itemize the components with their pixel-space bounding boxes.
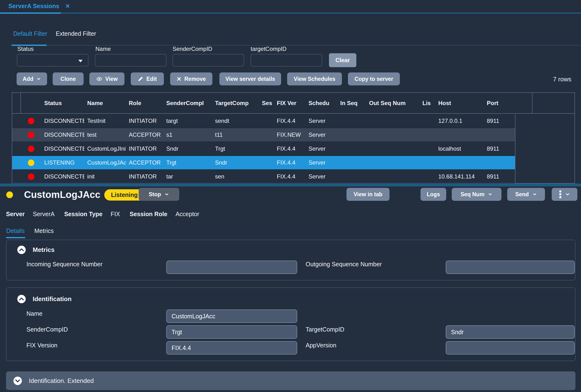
clear-button[interactable]: Clear (329, 53, 356, 67)
collapse-up-icon[interactable] (17, 295, 26, 303)
seq-num-button[interactable]: Seq Num (452, 188, 502, 201)
tab-default-filter[interactable]: Default Filter (13, 30, 47, 37)
table-row[interactable]: DISCONNECTED CustomLogJInit INITIATOR Sn… (12, 142, 515, 156)
rows-count: 7 rows (553, 76, 572, 83)
session-type-label: Session Type (64, 211, 102, 217)
col-status[interactable]: Status (41, 100, 84, 107)
targetcompid-filter-label: targetCompID (250, 46, 286, 52)
session-status-dot (6, 192, 13, 198)
chevron-down-icon (532, 192, 537, 197)
col-name[interactable]: Name (84, 100, 126, 107)
chevron-down-icon (36, 77, 41, 81)
tab-details[interactable]: Details (6, 227, 24, 234)
identification-extended-title: Identification. Extended (29, 377, 94, 385)
table-row[interactable]: DISCONNECTED test ACCEPTOR s1 t11 FIX.NE… (12, 128, 515, 142)
add-button[interactable]: Add (16, 72, 47, 85)
name-input[interactable] (166, 309, 297, 323)
copy-to-server-button[interactable]: Copy to server (348, 72, 400, 85)
sendercompid-filter-label: SenderCompID (172, 46, 212, 52)
sendercompid-input[interactable] (166, 325, 297, 339)
status-filter-label: Status (17, 46, 34, 52)
x-icon (176, 77, 182, 81)
status-dot-red (28, 118, 34, 124)
col-port[interactable]: Port (484, 100, 515, 107)
name-filter-input[interactable] (95, 54, 166, 66)
session-title: CustomLogJAcc (24, 189, 100, 200)
remove-button[interactable]: Remove (170, 72, 212, 85)
chevron-down-icon (488, 192, 492, 197)
filter-tabs: Default Filter Extended Filter (0, 26, 581, 46)
logs-button[interactable]: Logs (420, 188, 446, 201)
table-row[interactable]: DISCONNECTED TestInit INITIATOR targt se… (12, 114, 515, 128)
chevron-down-icon (565, 192, 570, 197)
sendercompid-filter-input[interactable] (172, 54, 244, 66)
session-meta: Server ServerA Session Type FIX Session … (6, 210, 199, 217)
server-value: ServerA (33, 211, 54, 217)
tab-extended-filter[interactable]: Extended Filter (56, 30, 96, 37)
name-label: Name (26, 310, 42, 317)
col-role[interactable]: Role (126, 100, 164, 107)
col-targetcompid[interactable]: TargetComp (212, 100, 259, 107)
session-type-value: FIX (111, 211, 120, 217)
targetcompid-label: TargetCompID (306, 326, 344, 333)
more-actions-button[interactable] (552, 188, 578, 201)
view-button[interactable]: View (90, 72, 124, 85)
status-dot-red (28, 132, 34, 138)
metrics-section-header[interactable]: Metrics (17, 245, 54, 254)
active-tab-underline (0, 12, 61, 14)
select-arrow-icon (78, 60, 83, 62)
col-fix-ver[interactable]: FIX Ver (274, 100, 306, 107)
appversion-input[interactable] (446, 341, 575, 355)
col-sendercompid[interactable]: SenderCompI (164, 100, 212, 107)
chevron-down-icon (164, 192, 169, 197)
selection-column-header (12, 93, 21, 113)
appversion-label: AppVersion (306, 342, 336, 349)
session-tab[interactable]: ServerA Sessions × (8, 2, 70, 9)
view-in-tab-button[interactable]: View in tab (346, 188, 390, 201)
collapse-up-icon[interactable] (17, 245, 26, 254)
close-tab-icon[interactable]: × (66, 2, 70, 9)
outgoing-seq-label: Outgoing Sequence Number (306, 261, 382, 268)
fix-version-input[interactable] (166, 341, 297, 355)
server-label: Server (6, 211, 25, 217)
details-tab-underline (6, 237, 25, 238)
table-header: Status Name Role SenderCompI TargetComp … (12, 93, 574, 114)
session-tab-label: ServerA Sessions (8, 3, 59, 9)
table-empty-region (515, 114, 575, 183)
identification-section: Identification Name SenderCompID TargetC… (6, 287, 576, 361)
status-dot-yellow (28, 160, 34, 166)
metrics-section: Metrics Incoming Sequence Number Outgoin… (6, 240, 576, 280)
send-button[interactable]: Send (507, 188, 545, 201)
identification-section-header[interactable]: Identification (17, 295, 72, 303)
fix-version-label: FIX Version (26, 342, 58, 349)
edit-button[interactable]: Edit (131, 72, 164, 85)
name-filter-label: Name (96, 46, 111, 52)
col-host[interactable]: Host (436, 100, 484, 107)
targetcompid-filter-input[interactable] (250, 54, 322, 66)
window-tab-bar: ServerA Sessions × (0, 0, 581, 14)
col-schedule[interactable]: Schedu (306, 100, 337, 107)
view-server-details-button[interactable]: View server details (220, 72, 281, 85)
outgoing-seq-input[interactable] (446, 260, 575, 274)
targetcompid-input[interactable] (446, 325, 575, 339)
collapse-down-icon[interactable] (13, 377, 22, 385)
panel-splitter[interactable] (0, 184, 581, 187)
tab-metrics[interactable]: Metrics (34, 227, 54, 234)
clone-button[interactable]: Clone (52, 72, 84, 85)
col-in-seq[interactable]: In Seq (337, 100, 366, 107)
col-lis[interactable]: Lis (420, 100, 436, 107)
table-row[interactable]: DISCONNECTED init INITIATOR tar sen FIX.… (12, 170, 515, 184)
view-schedules-button[interactable]: View Schedules (287, 72, 342, 85)
incoming-seq-label: Incoming Sequence Number (26, 261, 102, 268)
header-divider (532, 93, 532, 114)
tabbar-baseline (0, 12, 581, 14)
incoming-seq-input[interactable] (166, 260, 297, 274)
sendercompid-label: SenderCompID (26, 326, 68, 333)
session-role-value: Acceptor (176, 211, 199, 217)
identification-extended-section-header[interactable]: Identification. Extended (6, 371, 576, 390)
table-row-selected[interactable]: LISTENING CustomLogJAcc ACCEPTOR Trgt Sn… (12, 156, 515, 170)
status-filter-select[interactable] (17, 54, 88, 66)
stop-button[interactable]: Stop (139, 188, 179, 201)
col-ses[interactable]: Ses (259, 100, 274, 107)
col-out-seq-num[interactable]: Out Seq Num (366, 100, 420, 107)
